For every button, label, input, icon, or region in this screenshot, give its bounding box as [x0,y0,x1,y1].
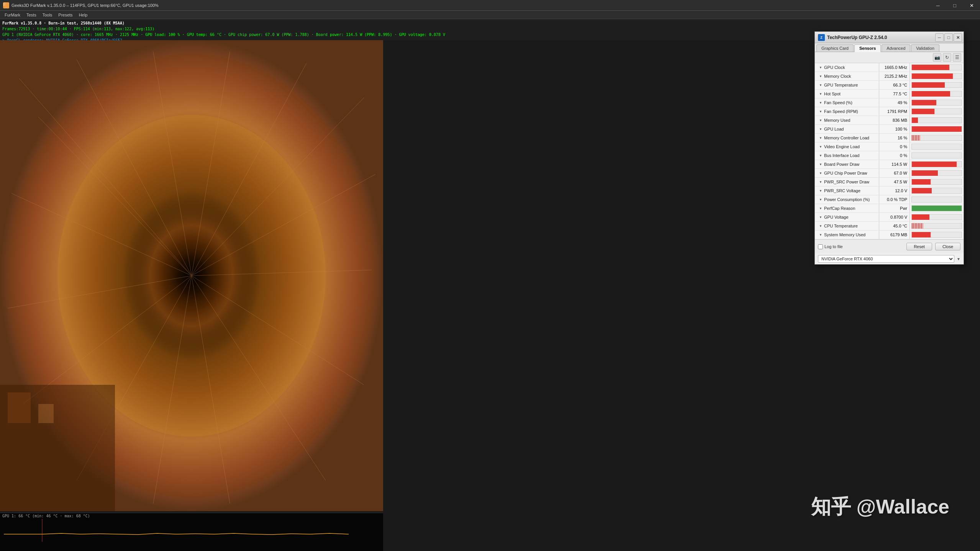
sensor-dropdown-19[interactable]: ▼ [818,233,823,237]
sensor-dropdown-10[interactable]: ▼ [818,154,823,157]
sensor-dropdown-3[interactable]: ▼ [818,92,823,96]
sensor-row: ▼ PWR_SRC Power Draw 47.5 W [815,178,964,186]
sensor-name-4: ▼ Fan Speed (%) [815,98,879,107]
sensor-dropdown-16[interactable]: ▼ [818,207,823,210]
furmark-titlebar: F Geeks3D FurMark v.1.35.0.0 – 114FPS, G… [0,0,980,11]
sensor-dropdown-15[interactable]: ▼ [818,198,823,201]
sensor-dropdown-17[interactable]: ▼ [818,216,823,219]
sensor-bar-fill-4 [912,100,936,105]
sensor-row: ▼ Fan Speed (RPM) 1791 RPM [815,107,964,116]
sensor-bar-bg-7 [911,126,962,132]
menu-tests[interactable]: Tests [23,12,39,18]
sensor-value-6: 836 MB [879,116,910,124]
sensor-value-3: 77.5 °C [879,90,910,98]
sensor-dropdown-4[interactable]: ▼ [818,101,823,105]
sensor-name-7: ▼ GPU Load [815,125,879,133]
sensor-value-9: 0 % [879,142,910,151]
temp-graph: GPU 1: 66 °C (min: 46 °C · max: 68 °C) [0,513,383,551]
furmark-title: Geeks3D FurMark v.1.35.0.0 – 114FPS, GPU… [11,3,159,8]
reset-button[interactable]: Reset [906,243,932,250]
sensor-name-2: ▼ GPU Temperature [815,81,879,89]
sensor-bar-container-8 [910,134,964,142]
sensor-dropdown-1[interactable]: ▼ [818,75,823,78]
tab-validation[interactable]: Validation [911,44,939,52]
sensor-bar-fill-2 [912,82,945,88]
menu-button[interactable]: ☰ [953,53,961,62]
sensor-dropdown-0[interactable]: ▼ [818,66,823,69]
svg-rect-23 [38,404,54,423]
menu-presets[interactable]: Presets [55,12,75,18]
sensor-dropdown-11[interactable]: ▼ [818,163,823,166]
gpu-dropdown[interactable]: NVIDIA GeForce RTX 4060 [818,255,954,263]
sensor-bar-container-4 [910,98,964,107]
sensor-dropdown-8[interactable]: ▼ [818,136,823,140]
info-line2: Frames:72913 · time:00:10:44 · FPS:114 (… [2,26,978,32]
gpuz-title: TechPowerUp GPU-Z 2.54.0 [827,35,887,40]
sensor-bar-fill-7 [912,126,962,132]
sensor-bar-bg-4 [911,100,962,106]
sensor-value-14: 12.0 V [879,186,910,195]
sensor-value-4: 49 % [879,98,910,107]
close-button[interactable]: Close [935,243,960,250]
sensor-bar-fill-6 [912,118,918,123]
sensor-name-16: ▼ PerfCap Reason [815,204,879,213]
sensor-bar-container-1 [910,72,964,80]
tab-sensors[interactable]: Sensors [854,44,881,52]
sensor-bar-container-17 [910,213,964,221]
sensor-value-5: 1791 RPM [879,107,910,116]
gpuz-maximize-button[interactable]: □ [944,33,953,42]
sensor-bar-bg-0 [911,64,962,70]
sensor-bar-bg-11 [911,161,962,167]
sensor-bar-fill-13 [912,179,931,185]
sensor-value-10: 0 % [879,151,910,160]
sensor-bar-bg-17 [911,214,962,220]
sensor-value-15: 0.0 % TDP [879,195,910,204]
sensor-bar-container-13 [910,178,964,186]
sensor-dropdown-9[interactable]: ▼ [818,145,823,149]
sensor-bar-container-9 [910,142,964,151]
minimize-button[interactable]: ─ [929,0,946,11]
sensor-bar-bg-18 [911,223,962,229]
gpuz-window: Z TechPowerUp GPU-Z 2.54.0 ─ □ ✕ Graphic… [814,31,964,265]
info-line1: FurMark v1.35.0.8 · Burn-in test, 2560x1… [2,20,978,26]
sensor-bar-bg-1 [911,73,962,79]
sensor-row: ▼ GPU Clock 1665.0 MHz [815,63,964,72]
sensor-row: ▼ Power Consumption (%) 0.0 % TDP [815,195,964,204]
sensor-value-19: 6179 MB [879,231,910,239]
sensor-dropdown-12[interactable]: ▼ [818,172,823,175]
sensor-dropdown-2[interactable]: ▼ [818,83,823,87]
tab-advanced[interactable]: Advanced [882,44,910,52]
sensor-dropdown-5[interactable]: ▼ [818,110,823,113]
sensor-bar-fill-0 [912,65,949,70]
sensor-dropdown-6[interactable]: ▼ [818,119,823,122]
sensor-name-9: ▼ Video Engine Load [815,142,879,151]
sensor-dropdown-18[interactable]: ▼ [818,224,823,228]
gpuz-minimize-button[interactable]: ─ [935,33,944,42]
sensor-bar-fill-5 [912,109,934,114]
furmark-menubar: FurMark Tests Tools Presets Help [0,11,980,19]
sensor-value-1: 2125.2 MHz [879,72,910,80]
sensor-bar-bg-15 [911,196,962,203]
maximize-button[interactable]: □ [946,0,963,11]
sensor-bar-container-7 [910,125,964,133]
sensor-value-2: 66.3 °C [879,81,910,89]
screenshot-button[interactable]: 📷 [933,53,941,62]
tab-graphics-card[interactable]: Graphics Card [816,44,854,52]
log-to-file-checkbox[interactable] [818,244,823,249]
sensor-value-18: 45.0 °C [879,222,910,230]
gpuz-close-icon-btn[interactable]: ✕ [954,33,962,42]
sensor-bar-container-18 [910,222,964,230]
sensor-name-19: ▼ System Memory Used [815,231,879,239]
sensor-name-14: ▼ PWR_SRC Voltage [815,186,879,195]
gpu-dropdown-arrow[interactable]: ▼ [957,257,960,261]
menu-tools[interactable]: Tools [39,12,56,18]
menu-furmark[interactable]: FurMark [2,12,23,18]
refresh-button[interactable]: ↻ [943,53,951,62]
sensor-value-12: 67.0 W [879,169,910,177]
close-button[interactable]: ✕ [963,0,980,11]
sensor-name-6: ▼ Memory Used [815,116,879,124]
sensor-dropdown-7[interactable]: ▼ [818,128,823,131]
sensor-dropdown-14[interactable]: ▼ [818,189,823,193]
menu-help[interactable]: Help [76,12,91,18]
sensor-dropdown-13[interactable]: ▼ [818,180,823,184]
